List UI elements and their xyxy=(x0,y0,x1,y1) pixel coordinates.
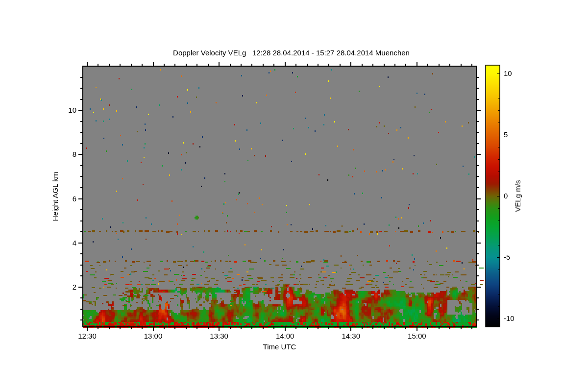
plot-title: Doppler Velocity VELg 12:28 28.04.2014 -… xyxy=(83,49,500,57)
x-tick-label: 12:30 xyxy=(70,332,104,341)
x-axis-label: Time UTC xyxy=(83,343,476,351)
doppler-velocity-figure: Doppler Velocity VELg 12:28 28.04.2014 -… xyxy=(0,0,588,392)
colorbar-tick-label: -5 xyxy=(504,253,528,262)
y-tick-label: 10 xyxy=(55,106,76,115)
y-tick-label: 2 xyxy=(55,283,76,292)
x-tick-label: 13:00 xyxy=(136,332,171,341)
x-tick-label: 14:30 xyxy=(334,332,368,341)
y-tick-label: 6 xyxy=(55,195,76,203)
colorbar-tick-label: -10 xyxy=(504,314,528,323)
y-tick-label: 4 xyxy=(55,239,76,247)
y-tick-label: 8 xyxy=(55,150,76,159)
x-tick-label: 15:00 xyxy=(400,332,434,341)
colorbar-tick-label: 0 xyxy=(504,192,528,200)
colorbar-tick-label: 10 xyxy=(504,69,528,78)
x-tick-label: 13:30 xyxy=(202,332,236,341)
colorbar-tick-label: 5 xyxy=(504,130,528,139)
x-tick-label: 14:00 xyxy=(268,332,302,341)
